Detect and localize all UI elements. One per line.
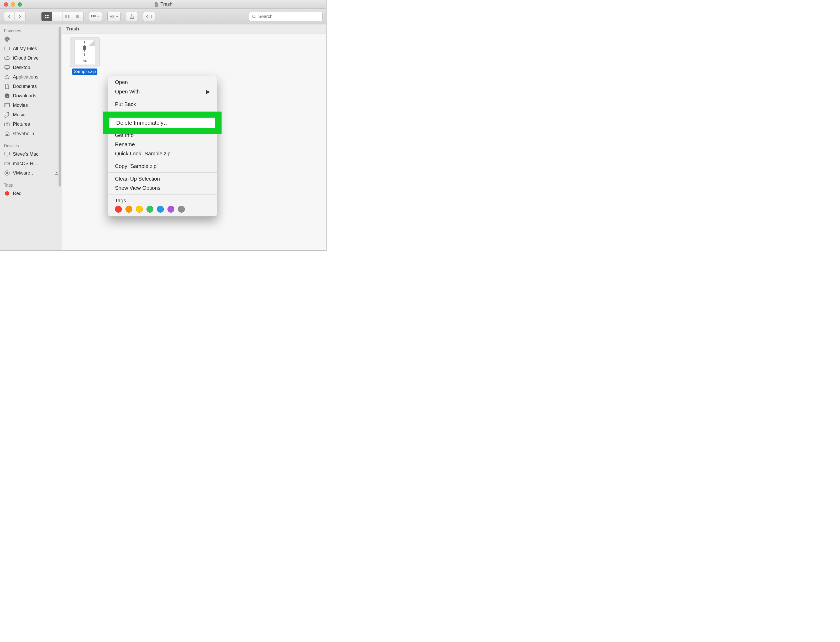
search-input[interactable]: [258, 14, 320, 19]
svg-rect-4: [65, 15, 66, 18]
close-window-button[interactable]: [4, 2, 8, 6]
forward-button[interactable]: [15, 12, 25, 21]
action-dropdown[interactable]: [107, 12, 120, 21]
sidebar-item-vmware-volume[interactable]: VMware…: [0, 168, 62, 178]
view-mode-segment: [41, 12, 84, 21]
share-button[interactable]: [126, 12, 138, 21]
svg-rect-10: [91, 15, 92, 16]
minimize-window-button[interactable]: [11, 2, 15, 6]
tag-color-purple[interactable]: [167, 206, 174, 212]
eject-icon[interactable]: [55, 171, 58, 175]
context-menu-view-options[interactable]: Show View Options: [108, 183, 217, 193]
search-field[interactable]: [249, 12, 323, 21]
svg-rect-26: [5, 123, 10, 126]
disk-icon: [4, 160, 10, 167]
svg-rect-12: [94, 15, 96, 16]
tag-color-red[interactable]: [115, 206, 122, 212]
tag-color-blue[interactable]: [157, 206, 164, 212]
sidebar-item-documents[interactable]: Documents: [0, 82, 62, 91]
chevron-down-icon: [97, 16, 100, 17]
svg-rect-14: [93, 16, 94, 17]
sidebar-item-pictures[interactable]: Pictures: [0, 120, 62, 129]
sidebar-item-label: Applications: [13, 74, 38, 80]
svg-rect-13: [91, 16, 92, 17]
svg-rect-6: [68, 15, 70, 18]
svg-point-17: [148, 16, 149, 17]
svg-rect-5: [67, 15, 68, 18]
context-menu-copy[interactable]: Copy "Sample.zip": [108, 162, 217, 171]
context-menu-quick-look[interactable]: Quick Look "Sample.zip": [108, 149, 217, 158]
file-item-sample-zip[interactable]: ZIP Sample.zip: [68, 37, 102, 75]
view-gallery-button[interactable]: [73, 12, 83, 21]
traffic-lights: [4, 2, 22, 6]
tag-color-gray[interactable]: [178, 206, 185, 212]
svg-point-32: [5, 170, 10, 175]
view-icons-button[interactable]: [42, 12, 52, 21]
sidebar-section-tags: Tags: [0, 182, 62, 189]
window-title: Trash: [154, 2, 172, 7]
svg-rect-22: [5, 47, 10, 50]
svg-rect-9: [79, 15, 80, 18]
svg-rect-0: [45, 15, 47, 16]
share-icon: [130, 14, 134, 19]
svg-point-16: [111, 16, 113, 17]
svg-rect-11: [93, 15, 94, 16]
context-menu-clean-up[interactable]: Clean Up Selection: [108, 174, 217, 183]
sidebar-item-label: Steve's Mac: [13, 151, 38, 157]
sidebar-item-system-disk[interactable]: macOS Hi…: [0, 159, 62, 168]
sidebar-item-all-my-files[interactable]: All My Files: [0, 44, 62, 53]
context-menu-rename[interactable]: Rename: [108, 140, 217, 149]
back-button[interactable]: [4, 12, 15, 21]
disc-icon: [4, 170, 10, 176]
all-my-files-icon: [4, 45, 10, 52]
sidebar-item-label: All My Files: [13, 46, 37, 52]
svg-rect-3: [47, 17, 49, 18]
context-menu-put-back[interactable]: Put Back: [108, 100, 217, 109]
file-name-label[interactable]: Sample.zip: [72, 68, 97, 75]
tag-color-green[interactable]: [146, 206, 153, 212]
context-menu-delete-immediately[interactable]: Delete Immediately…: [109, 118, 215, 128]
tags-button[interactable]: [143, 12, 155, 21]
annotation-highlight: Delete Immediately…: [103, 112, 222, 134]
movies-icon: [4, 102, 10, 109]
sidebar-item-movies[interactable]: Movies: [0, 101, 62, 110]
context-menu-open-with[interactable]: Open With ▶: [108, 87, 217, 96]
sidebar-item-home[interactable]: stevebolin…: [0, 129, 62, 138]
context-menu-separator: [108, 98, 217, 98]
sidebar-item-icloud[interactable]: iCloud Drive: [0, 53, 62, 63]
sidebar-item-music[interactable]: Music: [0, 110, 62, 120]
view-list-button[interactable]: [52, 12, 62, 21]
zip-document-icon: ZIP: [75, 40, 95, 65]
tag-color-orange[interactable]: [125, 206, 132, 212]
sidebar-item-airdrop[interactable]: [0, 34, 62, 44]
icloud-icon: [4, 55, 10, 61]
title-bar: Trash: [0, 0, 326, 9]
arrange-dropdown[interactable]: [89, 12, 102, 21]
svg-point-19: [6, 38, 8, 40]
context-menu-open[interactable]: Open: [108, 78, 217, 87]
applications-icon: [4, 74, 10, 80]
svg-rect-29: [5, 152, 10, 155]
svg-rect-23: [5, 66, 10, 68]
tag-red-icon: [4, 190, 10, 196]
tag-color-yellow[interactable]: [136, 206, 143, 212]
sidebar-item-tag-red[interactable]: Red: [0, 189, 62, 198]
imac-icon: [4, 151, 10, 157]
sidebar-item-applications[interactable]: Applications: [0, 72, 62, 82]
context-menu-tags[interactable]: Tags…: [108, 196, 217, 204]
sidebar-item-this-mac[interactable]: Steve's Mac: [0, 149, 62, 159]
svg-rect-7: [76, 15, 78, 18]
tag-icon: [146, 15, 152, 18]
sidebar-scrollbar[interactable]: [58, 26, 61, 186]
sidebar-item-label: Movies: [13, 103, 28, 108]
sidebar-item-downloads[interactable]: Downloads: [0, 91, 62, 101]
sidebar-section-favorites: Favorites: [0, 27, 62, 34]
svg-rect-2: [45, 17, 47, 18]
search-icon: [252, 15, 256, 19]
sidebar-item-desktop[interactable]: Desktop: [0, 63, 62, 72]
sidebar-item-label: stevebolin…: [13, 131, 39, 136]
view-columns-button[interactable]: [62, 12, 73, 21]
context-menu-tag-colors: [108, 204, 217, 213]
zoom-window-button[interactable]: [18, 2, 22, 6]
chevron-down-icon: [115, 16, 118, 17]
